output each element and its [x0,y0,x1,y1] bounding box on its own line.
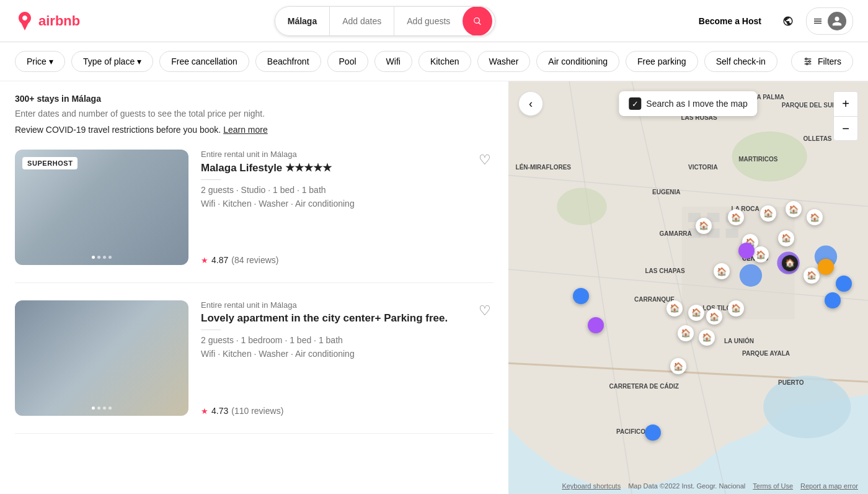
main-layout: 300+ stays in Málaga Enter dates and num… [0,81,868,494]
search-icon [472,16,482,26]
listing-rating: ★ 4.73 (110 reviews) [201,398,494,416]
dot [103,406,106,410]
search-button[interactable] [463,6,492,36]
kitchen-filter-button[interactable]: Kitchen [418,51,471,72]
map-marker[interactable]: 🏠 [678,325,694,341]
search-dates[interactable]: Add dates [330,7,394,35]
image-dots [92,256,112,259]
favorite-button[interactable]: ♡ [476,150,494,171]
hamburger-icon [813,16,823,26]
map-panel[interactable]: LA PALMA PARQUE DEL SUR OLLETAS LÉN-MIRA… [508,81,868,494]
beachfront-filter-button[interactable]: Beachfront [255,51,321,72]
listing-info-1: ♡ Entire rental unit in Málaga Malaga Li… [201,150,494,265]
map-marker-yellow[interactable] [818,259,834,275]
filter-bar: Price ▾ Type of place ▾ Free cancellatio… [0,42,868,81]
superhost-badge: SUPERHOST [22,157,78,169]
map-marker[interactable]: 🏠 [760,205,776,222]
globe-icon [782,16,794,27]
air-conditioning-filter-button[interactable]: Air conditioning [536,51,619,72]
user-menu[interactable] [806,7,853,35]
svg-point-14 [557,188,607,226]
user-icon [831,16,843,27]
listing-image-1[interactable]: SUPERHOST [15,150,188,265]
map-label: PARQUE DEL SUR [782,102,837,109]
star-icon: ★ [201,406,208,416]
learn-more-link[interactable]: Learn more [223,125,268,135]
map-label: LA PALMA [753,94,784,101]
map-marker-purple[interactable] [588,317,604,333]
svg-point-3 [805,58,807,60]
heart-icon: ♡ [479,303,491,318]
self-check-in-filter-button[interactable]: Self check-in [704,51,777,72]
map-label: MARTIRICOS [738,156,777,163]
map-label: CARRETERA DE CÁDIZ [609,383,678,390]
map-back-button[interactable]: ‹ [518,91,543,116]
listing-title: Malaga Lifestyle ★★★★★ [201,161,494,174]
favorite-button[interactable]: ♡ [476,300,494,321]
svg-point-24 [740,264,762,287]
map-svg [508,81,868,494]
listing-amenities: Wifi · Kitchen · Washer · Air conditioni… [201,199,494,209]
become-host-button[interactable]: Become a Host [690,10,770,32]
search-as-i-move-checkbox[interactable]: Search as I move the map [619,91,757,116]
price-filter-button[interactable]: Price ▾ [15,51,65,72]
rating-value: 4.87 [211,255,228,265]
logo[interactable]: airbnb [15,11,80,31]
map-marker[interactable]: 🏠 [699,330,715,346]
type-of-place-filter-button[interactable]: Type of place ▾ [71,51,153,72]
map-marker[interactable]: 🏠 [666,300,683,317]
map-marker[interactable]: 🏠 [714,263,730,279]
pool-filter-button[interactable]: Pool [327,51,368,72]
dot [108,406,112,410]
rating-count: (84 reviews) [231,255,278,265]
map-marker[interactable]: 🏠 [696,218,712,234]
washer-filter-button[interactable]: Washer [477,51,531,72]
zoom-out-button[interactable]: − [833,116,858,141]
zoom-in-button[interactable]: + [833,91,858,116]
map-label: PARQUE AYALA [742,350,790,357]
checkbox-checked-icon [629,97,641,110]
airbnb-logo-icon [15,11,35,31]
map-marker-blue[interactable] [645,424,661,441]
svg-rect-22 [726,228,738,238]
map-marker-blue[interactable] [836,276,852,292]
map-label: GAMARRA [660,230,692,237]
map-marker[interactable]: 🏠 [804,267,820,284]
wifi-filter-button[interactable]: Wifi [374,51,412,72]
listing-divider [201,330,221,330]
header-right: Become a Host [690,7,853,35]
svg-point-5 [806,63,808,65]
listing-card[interactable]: ♡ Entire rental unit in Málaga Lovely ap… [15,300,494,434]
results-count: 300+ stays in Málaga [15,94,494,104]
map-data-label: Map Data ©2022 Inst. Geogr. Nacional [628,482,745,490]
search-bar[interactable]: Málaga Add dates Add guests [275,6,496,36]
free-parking-filter-button[interactable]: Free parking [626,51,698,72]
map-marker-purple[interactable] [738,243,755,259]
listing-title: Lovely apartment in the city center+ Par… [201,312,494,325]
all-filters-button[interactable]: Filters [791,51,853,72]
map-label: PUERTO [778,379,804,386]
listing-type: Entire rental unit in Málaga [201,150,494,159]
search-guests[interactable]: Add guests [394,7,463,35]
map-marker[interactable]: 🏠 [786,201,802,217]
map-marker[interactable]: 🏠 [778,230,794,246]
dot [97,406,100,410]
terms-of-use-link[interactable]: Terms of Use [753,482,793,490]
listing-image-2[interactable] [15,300,188,416]
search-as-i-move-label: Search as I move the map [646,99,747,109]
free-cancellation-filter-button[interactable]: Free cancellation [159,51,249,72]
map-footer: Keyboard shortcuts Map Data ©2022 Inst. … [562,482,858,490]
search-location[interactable]: Málaga [275,7,330,35]
map-marker-blue[interactable] [825,292,841,308]
keyboard-shortcuts-link[interactable]: Keyboard shortcuts [562,482,621,490]
map-marker[interactable]: 🏠 [728,300,744,317]
map-marker[interactable]: 🏠 [688,305,704,321]
listing-card[interactable]: SUPERHOST ♡ Entire rental unit in Málaga… [15,150,494,283]
globe-button[interactable] [777,11,799,32]
map-marker-active[interactable]: 🏠 [782,255,798,271]
rating-value: 4.73 [211,406,228,416]
map-label: LAS CHAPAS [645,267,684,274]
report-map-error-link[interactable]: Report a map error [800,482,858,490]
listing-rating: ★ 4.87 (84 reviews) [201,248,494,265]
results-hint: Enter dates and number of guests to see … [15,109,494,119]
